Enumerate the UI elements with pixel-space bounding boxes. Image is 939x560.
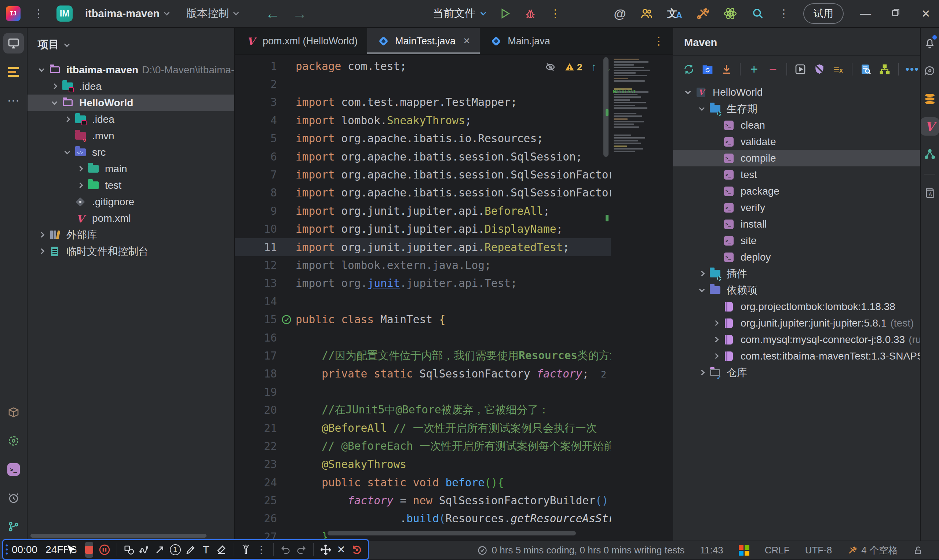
more-tool-windows-icon[interactable]: ⋯ bbox=[3, 90, 24, 111]
more-icon[interactable]: ••• bbox=[905, 61, 920, 77]
project-tool-icon[interactable] bbox=[3, 33, 24, 54]
close-tab-icon[interactable]: ✕ bbox=[463, 36, 470, 46]
terminal-tool-icon[interactable]: >_ bbox=[3, 459, 24, 480]
more-run-options-icon[interactable]: ⋮ bbox=[550, 8, 561, 19]
tree-chevron-icon[interactable] bbox=[35, 249, 48, 253]
tree-chevron-icon[interactable] bbox=[709, 321, 722, 325]
maven-item-test[interactable]: >_test bbox=[673, 166, 920, 183]
tree-chevron-icon[interactable] bbox=[60, 151, 74, 154]
project-item-外部库[interactable]: 外部库 bbox=[28, 226, 234, 243]
minimize-icon[interactable]: — bbox=[857, 7, 874, 20]
database-icon[interactable] bbox=[920, 89, 939, 108]
shapes-tool-icon[interactable] bbox=[122, 542, 137, 557]
ai-assistant-icon[interactable]: @ bbox=[614, 6, 626, 21]
dependency-analyzer-icon[interactable] bbox=[920, 145, 939, 163]
main-menu-icon[interactable]: ⋮ bbox=[33, 8, 44, 19]
tab-options-icon[interactable]: ⋮ bbox=[653, 34, 664, 47]
maven-tool-icon[interactable]: V bbox=[920, 117, 939, 135]
tab-pom.xml[interactable]: Vpom.xml (HelloWorld) bbox=[235, 28, 367, 54]
code-minimap[interactable]: MainTest bbox=[611, 55, 673, 541]
encoding-widget[interactable]: UTF-8 bbox=[805, 545, 832, 556]
maven-item-org.junit.jupiter-junit-jupiter-5.8.1[interactable]: org.junit.jupiter:junit-jupiter:5.8.1(te… bbox=[673, 315, 920, 331]
tree-chevron-icon[interactable] bbox=[35, 233, 48, 237]
windows-defender-icon[interactable] bbox=[739, 545, 749, 555]
tree-chevron-icon[interactable] bbox=[695, 108, 708, 110]
freehand-tool-icon[interactable] bbox=[137, 542, 152, 557]
maven-item-com.mysql-mysql-connector-j-8.0.33[interactable]: com.mysql:mysql-connector-j:8.0.33(runti… bbox=[673, 331, 920, 348]
git-tool-icon[interactable] bbox=[3, 516, 24, 537]
line-ending-widget[interactable]: CRLF bbox=[765, 545, 790, 556]
indent-widget[interactable]: 4 个空格 bbox=[847, 544, 898, 557]
settings-tool-icon[interactable] bbox=[3, 431, 24, 451]
sync-icon[interactable] bbox=[681, 61, 696, 77]
atom-icon[interactable] bbox=[723, 6, 737, 20]
structure-tool-icon[interactable] bbox=[3, 62, 24, 82]
code-area[interactable]: 1package com.test;23import com.test.mapp… bbox=[235, 55, 673, 541]
close-recorder-icon[interactable]: ✕ bbox=[333, 542, 349, 557]
vcs-widget[interactable]: 版本控制 bbox=[187, 6, 238, 21]
pencil-tool-icon[interactable] bbox=[183, 542, 199, 557]
tab-maintest.java[interactable]: MainTest.java✕ bbox=[367, 28, 480, 54]
coding-time-widget[interactable]: 0 hrs 5 mins coding, 0 hrs 0 mins writin… bbox=[477, 545, 685, 556]
mute-icon[interactable]: ≡x bbox=[831, 61, 846, 77]
maven-item-com.test-itbaima-maventest-1.3-snapshot[interactable]: com.test:itbaima-mavenTest:1.3-SNAPSHOT bbox=[673, 348, 920, 364]
undo-icon[interactable] bbox=[278, 542, 293, 557]
tree-chevron-icon[interactable] bbox=[681, 91, 694, 94]
arrow-tool-icon[interactable] bbox=[152, 542, 168, 557]
tree-chevron-icon[interactable] bbox=[695, 371, 708, 375]
reload-folder-icon[interactable] bbox=[700, 61, 715, 77]
ai-chat-icon[interactable] bbox=[920, 62, 939, 80]
editor-vscrollbar[interactable] bbox=[603, 57, 609, 157]
recorder-more-icon[interactable]: ⋮ bbox=[253, 542, 269, 557]
tree-chevron-icon[interactable] bbox=[709, 337, 722, 342]
run-icon[interactable] bbox=[498, 7, 511, 20]
project-item-.mvn[interactable]: v.mvn bbox=[28, 128, 234, 144]
project-item-临时文件和控制台[interactable]: 临时文件和控制台 bbox=[28, 243, 234, 260]
debug-icon[interactable] bbox=[524, 7, 537, 20]
documentation-icon[interactable]: A bbox=[920, 184, 939, 202]
maven-item-仓库[interactable]: ✓仓库 bbox=[673, 364, 920, 381]
screen-recorder-toolbar[interactable]: ••• 00:00 24FPS 1 T ⋮ ✕ bbox=[2, 539, 369, 560]
eraser-tool-icon[interactable] bbox=[214, 542, 229, 557]
project-hscrollbar[interactable] bbox=[31, 534, 207, 538]
spotlight-tool-icon[interactable] bbox=[238, 542, 253, 557]
maven-item-site[interactable]: >_site bbox=[673, 232, 920, 249]
back-icon[interactable]: ← bbox=[265, 6, 280, 21]
highlighting-off-icon[interactable] bbox=[545, 62, 556, 72]
notifications-icon[interactable] bbox=[920, 34, 939, 52]
maven-item-生存期[interactable]: 生存期 bbox=[673, 100, 920, 117]
maven-item-compile[interactable]: >_compile bbox=[673, 150, 920, 166]
maven-item-package[interactable]: >_package bbox=[673, 183, 920, 199]
prev-warning-icon[interactable]: ↑ bbox=[591, 61, 597, 73]
translate-icon[interactable]: 文A bbox=[667, 6, 682, 20]
skip-tests-icon[interactable] bbox=[812, 61, 827, 77]
tools-icon[interactable] bbox=[696, 7, 709, 20]
project-item-.gitignore[interactable]: .gitignore bbox=[28, 194, 234, 210]
project-switcher[interactable]: itbaima-maven bbox=[85, 8, 169, 20]
trial-button[interactable]: 试用 bbox=[803, 3, 843, 24]
project-item-itbaima-maven[interactable]: itbaima-mavenD:\0-Maven\itbaima-ma bbox=[28, 62, 234, 78]
more-actions-icon[interactable]: ⋮ bbox=[778, 8, 789, 19]
problems-tool-icon[interactable] bbox=[3, 488, 24, 508]
tab-main.java[interactable]: Main.java bbox=[480, 28, 560, 54]
restore-icon[interactable] bbox=[888, 7, 904, 20]
download-sources-icon[interactable] bbox=[719, 61, 734, 77]
maven-item-deploy[interactable]: >_deploy bbox=[673, 249, 920, 265]
move-toolbar-icon[interactable] bbox=[318, 542, 333, 557]
project-item-helloworld[interactable]: HelloWorld bbox=[28, 95, 234, 111]
maven-item-插件[interactable]: 插件 bbox=[673, 265, 920, 282]
lock-icon[interactable] bbox=[913, 546, 923, 555]
project-item-pom.xml[interactable]: Vpom.xml bbox=[28, 210, 234, 226]
tree-chevron-icon[interactable] bbox=[709, 354, 722, 358]
execute-goal-icon[interactable] bbox=[793, 61, 808, 77]
maven-item-clean[interactable]: >_clean bbox=[673, 117, 920, 134]
maven-item-org.projectlombok-lombok-1.18.38[interactable]: org.projectlombok:lombok:1.18.38 bbox=[673, 298, 920, 315]
clock-widget[interactable]: 11:43 bbox=[700, 545, 723, 556]
tree-chevron-icon[interactable] bbox=[48, 84, 61, 88]
search-icon[interactable] bbox=[751, 7, 765, 20]
warnings-indicator[interactable]: 2 bbox=[564, 62, 582, 73]
maven-item-verify[interactable]: >_verify bbox=[673, 199, 920, 216]
text-tool-icon[interactable]: T bbox=[199, 542, 214, 557]
project-view-chevron-icon[interactable] bbox=[64, 41, 70, 47]
maven-item-validate[interactable]: >_validate bbox=[673, 134, 920, 150]
